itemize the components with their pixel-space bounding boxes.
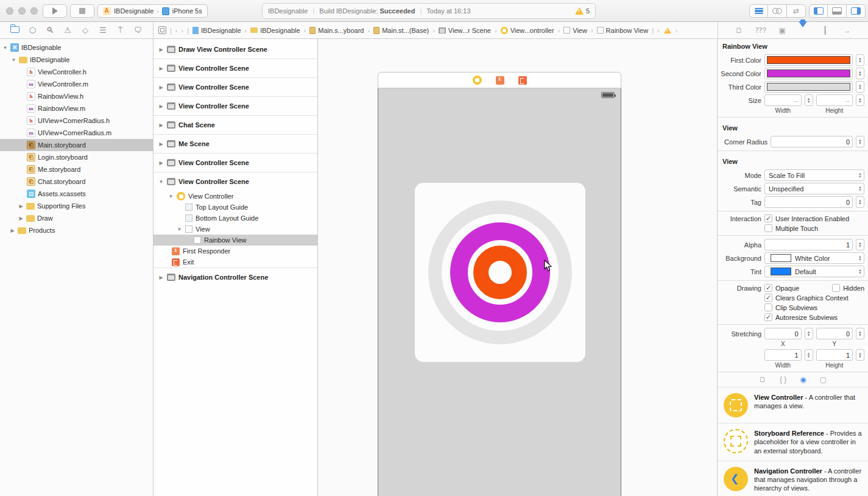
nav-item-file[interactable]: mUIView+CornerRadius.m [0,127,153,139]
tag-field[interactable]: 0 [764,196,853,208]
identity-inspector-tab[interactable]: ▣ [779,26,786,35]
nav-item-project[interactable]: ▼⌘IBDesignable [0,41,153,54]
tint-popup[interactable]: Default▲▼ [764,266,864,277]
breakpoint-navigator-tab[interactable]: ⍑ [115,26,126,35]
nav-item-group[interactable]: ▼IBDesignable [0,54,153,66]
multiple-touch-checkbox-row[interactable]: Multiple Touch [764,224,818,232]
size-inspector-tab[interactable]: ▕▏ [819,26,830,35]
background-color-well[interactable] [771,254,791,262]
first-color-well[interactable] [764,54,853,66]
second-color-well[interactable] [764,68,853,79]
outline-top-layout-guide[interactable]: Top Layout Guide [153,202,317,213]
third-color-well[interactable] [764,81,853,93]
corner-radius-field[interactable]: 0 [771,136,853,147]
connections-inspector-tab[interactable]: →︎ [844,26,851,35]
first-responder-icon[interactable] [496,76,504,85]
assistant-editor-button[interactable] [768,4,787,18]
object-library-tab[interactable]: ◉ [800,375,806,384]
nav-item-group[interactable]: ▶Products [0,224,153,236]
nav-item-file[interactable]: hViewController.h [0,66,153,78]
clears-graphics-checkbox[interactable] [764,294,772,302]
file-inspector-tab[interactable]: 🗋︎ [735,26,743,35]
semantic-popup[interactable]: Unspecified▲▼ [764,183,864,194]
library-item-view-controller[interactable]: View Controller - A controller that mana… [718,387,868,423]
library-item-navigation-controller[interactable]: Navigation Controller - A controller tha… [718,461,868,496]
nav-item-file[interactable]: hUIView+CornerRadius.h [0,115,153,127]
window-close-button[interactable] [6,7,13,15]
outline-view[interactable]: ▼View [153,224,317,235]
nav-item-file[interactable]: ⎗Chat.storyboard [0,175,153,188]
stretching-y-field[interactable]: 0 [816,328,853,339]
test-navigator-tab[interactable]: ◇ [80,26,91,35]
issue-navigator-tab[interactable]: ⚠︎ [62,26,73,35]
breadcrumb-view[interactable]: View [563,27,587,34]
corner-radius-stepper[interactable]: ▲▼ [856,136,864,147]
storyboard-canvas[interactable] [318,39,718,496]
autoresize-checkbox[interactable] [764,313,772,321]
symbol-navigator-tab[interactable]: ⬡ [27,26,38,35]
back-button[interactable]: ‹ [175,27,178,34]
rainbow-view[interactable] [415,183,585,362]
mode-popup[interactable]: Scale To Fill▲▼ [764,169,864,181]
nav-item-file-selected[interactable]: ⎗Main.storyboard [0,139,153,151]
stretching-y-stepper[interactable]: ▲▼ [856,328,864,339]
size-width-stepper[interactable]: ▲▼ [805,94,813,106]
size-height-field[interactable]: -- [816,94,853,106]
toggle-inspector-button[interactable] [847,4,866,18]
alpha-field[interactable]: 1 [764,239,853,250]
nav-item-file[interactable]: hRainbowView.h [0,90,153,102]
outline-scene[interactable]: ▶Navigation Controller Scene [153,268,317,286]
nav-item-file[interactable]: mViewController.m [0,78,153,90]
exit-icon[interactable] [518,76,527,85]
user-interaction-checkbox[interactable] [764,214,772,222]
clears-graphics-checkbox-row[interactable]: Clears Graphics Context [764,294,849,302]
forward-button[interactable]: › [182,27,184,34]
outline-first-responder[interactable]: First Responder [153,246,317,257]
outline-exit[interactable]: Exit [153,257,317,267]
previous-issue-button[interactable]: ‹ [657,27,660,34]
nav-item-group[interactable]: ▶Supporting Files [0,200,153,212]
code-snippet-library-tab[interactable]: { } [780,375,786,384]
view-controller-icon[interactable] [473,76,482,85]
user-interaction-checkbox-row[interactable]: User Interaction Enabled [764,214,849,222]
outline-scene[interactable]: ▶View Controller Scene [153,154,317,172]
issue-counter[interactable]: 5 [575,7,590,15]
standard-editor-button[interactable] [749,4,768,18]
breadcrumb-view-controller[interactable]: View...ontroller [501,27,554,34]
scheme-selector[interactable]: IBDesignable › iPhone 5s [97,4,208,18]
stretching-x-stepper[interactable]: ▲▼ [805,328,813,339]
size-height-stepper[interactable]: ▲▼ [856,94,864,106]
version-editor-button[interactable]: ⇄ [787,4,806,18]
run-button[interactable] [43,4,67,18]
attributes-inspector-tab[interactable] [799,26,807,35]
outline-scene[interactable]: ▶View Controller Scene [153,59,317,77]
breadcrumb-project[interactable]: IBDesignable [192,27,241,34]
outline-scene[interactable]: ▶Me Scene [153,135,317,153]
outline-scene[interactable]: ▶Draw View Controller Scene [153,40,317,58]
hidden-checkbox-row[interactable]: Hidden [832,284,864,292]
multiple-touch-checkbox[interactable] [764,224,772,232]
outline-scene[interactable]: ▶Chat Scene [153,116,317,134]
outline-scene[interactable]: ▶View Controller Scene [153,97,317,115]
nav-item-file[interactable]: ⎗Me.storyboard [0,163,153,175]
size-width-field[interactable]: -- [764,94,802,106]
device-screen[interactable] [378,88,621,496]
outline-scene-expanded[interactable]: ▼View Controller Scene [153,172,317,191]
debug-navigator-tab[interactable]: ☰ [97,26,108,35]
outline-rainbow-view-selected[interactable]: Rainbow View [153,235,317,246]
stretching-height-stepper[interactable]: ▲▼ [856,349,864,361]
view-controller-device[interactable] [378,72,621,496]
outline-scene[interactable]: ▶View Controller Scene [153,78,317,96]
warning-icon[interactable] [664,27,671,33]
file-template-library-tab[interactable]: 🗋︎ [759,375,766,384]
nav-item-file[interactable]: ▤Assets.xcassets [0,188,153,200]
outline-view-controller[interactable]: ▼View Controller [153,191,317,202]
first-color-stepper[interactable]: ▲▼ [856,54,864,66]
next-issue-button[interactable]: › [676,27,678,34]
stretching-width-stepper[interactable]: ▲▼ [805,349,813,361]
document-outline-toggle-icon[interactable] [158,26,166,34]
nav-item-group[interactable]: ▶Draw [0,212,153,224]
opaque-checkbox-row[interactable]: Opaque [764,284,829,292]
breadcrumb-storyboard[interactable]: Main.s...yboard [309,27,364,34]
breadcrumb-storyboard-base[interactable]: Main.st...(Base) [373,27,429,34]
